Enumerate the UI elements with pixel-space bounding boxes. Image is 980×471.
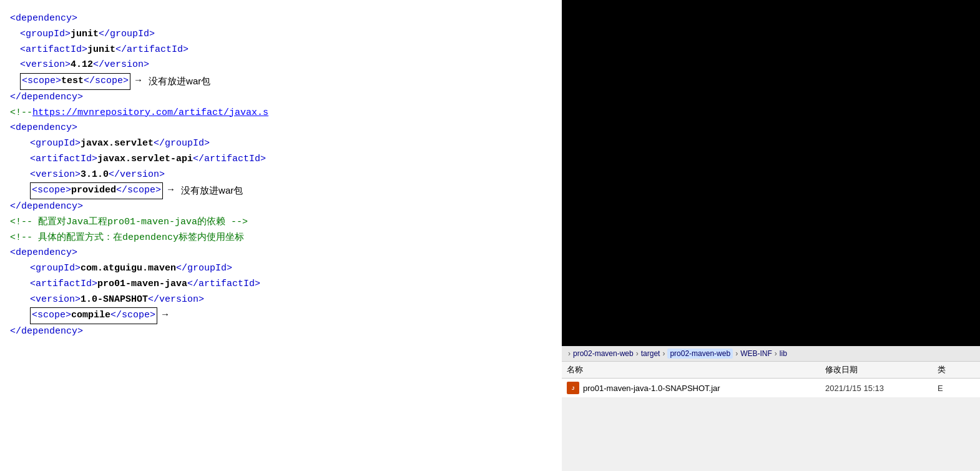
line-dep1-aid: <artifactId>junit</artifactId> <box>10 42 552 58</box>
line-dep1-ver: <version>4.12</version> <box>10 57 552 73</box>
line-dep1-gid: <groupId>junit</groupId> <box>10 27 552 42</box>
breadcrumb-item-5[interactable]: lib <box>780 349 787 358</box>
line-comment3: <!-- 具体的配置方式：在dependency标签内使用坐标 <box>10 231 552 246</box>
annotation-test: 没有放进war包 <box>149 74 210 89</box>
jar-icon: J <box>567 382 579 394</box>
file-name-jar: pro01-maven-java-1.0-SNAPSHOT.jar <box>583 384 825 393</box>
file-date-jar: 2021/1/15 15:13 <box>825 384 938 393</box>
line-dep3-open: <dependency> <box>10 245 552 261</box>
black-area <box>562 0 980 346</box>
arrow-test: → <box>135 74 141 89</box>
tag-dep1-open: <dependency> <box>10 11 77 27</box>
line-dep2-gid: <groupId>javax.servlet</groupId> <box>10 136 552 152</box>
line-dep3-close: </dependency> <box>10 324 552 340</box>
scope-box-compile: <scope>compile</scope> <box>30 307 157 324</box>
file-type-jar: E <box>938 384 975 393</box>
breadcrumb-item-3[interactable]: pro02-maven-web <box>667 349 733 359</box>
annotation-provided: 没有放进war包 <box>181 183 243 199</box>
header-type: 类 <box>938 364 975 375</box>
line-dep3-ver: <version>1.0-SNAPSHOT</version> <box>10 292 552 308</box>
file-explorer: › pro02-maven-web › target › pro02-maven… <box>562 346 980 471</box>
line-dep2-ver: <version>3.1.0</version> <box>10 167 552 183</box>
header-date: 修改日期 <box>825 364 938 375</box>
line-dep1-scope: <scope>test</scope> → 没有放进war包 <box>10 73 552 90</box>
scope-box-test: <scope>test</scope> <box>20 73 130 90</box>
line-dep1-close: </dependency> <box>10 90 552 106</box>
right-panel: › pro02-maven-web › target › pro02-maven… <box>562 0 980 471</box>
line-dep3-aid: <artifactId>pro01-maven-java</artifactId… <box>10 277 552 292</box>
arrow-provided: → <box>168 183 174 199</box>
arrow-compile: → <box>162 308 168 324</box>
xml-code-content: <dependency> <groupId>junit</groupId> <a… <box>0 6 562 345</box>
line-comment1: <!-- https://mvnrepository.com/artifact/… <box>10 106 552 121</box>
line-dep2-aid: <artifactId>javax.servlet-api</artifactI… <box>10 152 552 167</box>
file-table-header: 名称 修改日期 类 <box>562 362 980 379</box>
breadcrumb-item-4[interactable]: WEB-INF <box>740 349 772 358</box>
header-name: 名称 <box>567 364 825 375</box>
line-comment2: <!-- 配置对Java工程pro01-maven-java的依赖 --> <box>10 215 552 231</box>
line-dep2-open: <dependency> <box>10 121 552 136</box>
line-dep1-open: <dependency> <box>10 11 552 27</box>
line-dep3-scope: <scope>compile</scope> → <box>10 307 552 324</box>
line-dep2-scope: <scope>provided</scope> → 没有放进war包 <box>10 182 552 199</box>
breadcrumb-item-2[interactable]: target <box>641 349 660 358</box>
line-dep3-gid: <groupId>com.atguigu.maven</groupId> <box>10 261 552 277</box>
scope-box-provided: <scope>provided</scope> <box>30 182 163 199</box>
breadcrumb-item-1[interactable]: pro02-maven-web <box>573 349 634 358</box>
code-editor-panel: <dependency> <groupId>junit</groupId> <a… <box>0 0 562 471</box>
line-dep2-close: </dependency> <box>10 199 552 215</box>
breadcrumb: › pro02-maven-web › target › pro02-maven… <box>562 346 980 362</box>
file-row-jar[interactable]: J pro01-maven-java-1.0-SNAPSHOT.jar 2021… <box>562 379 980 397</box>
